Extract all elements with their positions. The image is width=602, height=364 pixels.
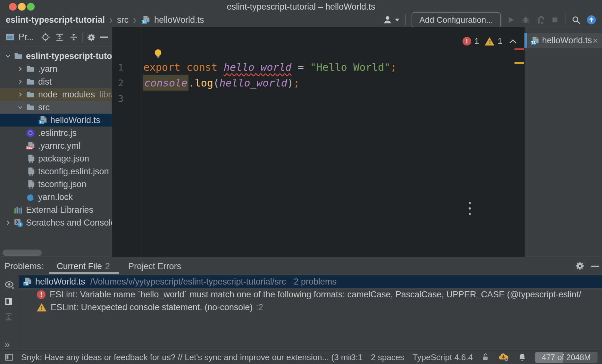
tree-item-node-modules[interactable]: node_moduleslibrary ro bbox=[0, 88, 112, 101]
locate-file-icon[interactable] bbox=[41, 32, 50, 42]
tree-item-label: eslint-typescript-tutorial bbox=[26, 51, 112, 61]
chevron-right-icon[interactable] bbox=[15, 66, 26, 72]
tool-window-toggle-icon[interactable] bbox=[4, 353, 13, 362]
problem-text: ESLint: Unexpected console statement. (n… bbox=[51, 302, 253, 312]
run-button[interactable] bbox=[506, 15, 515, 24]
tree-item-helloworld-ts[interactable]: TShelloWorld.ts bbox=[0, 114, 112, 127]
add-configuration-button[interactable]: Add Configuration... bbox=[412, 12, 501, 28]
chevron-down-icon[interactable] bbox=[3, 53, 13, 59]
header-divider bbox=[82, 32, 83, 43]
inspections-widget[interactable]: ! 1 ! 1 bbox=[463, 36, 533, 46]
warning-stripe-mark[interactable] bbox=[514, 62, 524, 64]
tree-item-eslint-typescript-tutorial[interactable]: eslint-typescript-tutorial bbox=[0, 50, 112, 62]
snyk-cloud-icon[interactable] bbox=[498, 352, 509, 362]
tab-current-file[interactable]: Current File2 bbox=[57, 261, 110, 271]
tree-item-label: package.json bbox=[38, 154, 89, 164]
svg-text:TS: TS bbox=[39, 120, 44, 124]
svg-text:TS: TS bbox=[24, 282, 28, 285]
search-everywhere-button[interactable] bbox=[571, 15, 581, 25]
tree-item--yarnrc-yml[interactable]: YML.yarnrc.yml bbox=[0, 139, 112, 152]
code-line-2[interactable]: 2console.log(hello_world); bbox=[112, 75, 525, 91]
code-token: ; bbox=[390, 61, 397, 73]
breadcrumb-separator-icon: › bbox=[109, 13, 113, 27]
memory-indicator[interactable]: 477 of 2048M bbox=[535, 352, 598, 363]
folder-icon bbox=[26, 64, 35, 74]
code-token: hello_world bbox=[223, 61, 291, 73]
update-arrow-icon bbox=[587, 15, 596, 25]
expand-all-icon[interactable] bbox=[55, 32, 64, 42]
profile-menu-button[interactable] bbox=[383, 15, 399, 25]
breadcrumb-src[interactable]: src bbox=[117, 15, 129, 25]
status-bar: Snyk: Have any ideas or feedback for us?… bbox=[0, 350, 602, 364]
tree-item-scratches-and-consoles[interactable]: Scratches and Consoles bbox=[0, 216, 112, 229]
svg-text:YML: YML bbox=[27, 146, 32, 149]
tree-item-label: .eslintrc.js bbox=[38, 128, 77, 138]
search-icon bbox=[571, 15, 581, 25]
problem-row-error[interactable]: !ESLint: Variable name `hello_world` mus… bbox=[19, 288, 602, 301]
problem-row-warning[interactable]: !ESLint: Unexpected console statement. (… bbox=[19, 301, 602, 314]
code-line-1[interactable]: 1export const hello_world = "Hello World… bbox=[112, 59, 525, 75]
chevron-right-icon[interactable] bbox=[3, 220, 13, 226]
open-preview-icon[interactable] bbox=[4, 297, 13, 306]
svg-text:TS: TS bbox=[531, 41, 536, 44]
tree-item-label: .yarn bbox=[38, 64, 57, 74]
editor-tab[interactable]: TS helloWorld.ts × bbox=[527, 33, 602, 48]
error-stripe-mark[interactable] bbox=[514, 48, 524, 50]
expand-all-icon[interactable] bbox=[4, 312, 13, 322]
notifications-bell-icon[interactable] bbox=[518, 353, 527, 362]
editor-options-kebab-icon[interactable] bbox=[469, 202, 472, 218]
tree-item-package-json[interactable]: {}package.json bbox=[0, 152, 112, 165]
ext-lib-icon bbox=[13, 205, 23, 215]
svg-text:{: { bbox=[28, 184, 31, 189]
more-actions-icon[interactable]: » bbox=[4, 339, 9, 350]
debug-button[interactable] bbox=[521, 15, 530, 24]
gear-icon[interactable] bbox=[575, 261, 585, 271]
tree-item-yarn-lock[interactable]: yarn.lock bbox=[0, 191, 112, 203]
tree-item--eslintrc-js[interactable]: .eslintrc.js bbox=[0, 127, 112, 139]
tree-item-dist[interactable]: dist bbox=[0, 75, 112, 88]
gear-icon[interactable] bbox=[86, 32, 96, 43]
hide-panel-icon[interactable] bbox=[100, 37, 108, 38]
problems-header: Problems: Current File2 Project Errors bbox=[0, 257, 602, 275]
horizontal-scrollbar[interactable] bbox=[3, 250, 42, 256]
chevron-right-icon[interactable] bbox=[15, 92, 26, 97]
typescript-version[interactable]: TypeScript 4.6.4 bbox=[413, 352, 473, 362]
code-token: log bbox=[195, 77, 213, 89]
typescript-file-icon: TS bbox=[530, 36, 539, 46]
person-icon bbox=[383, 15, 394, 25]
chevron-down-icon[interactable] bbox=[15, 104, 26, 110]
tree-item-label: yarn.lock bbox=[38, 192, 73, 202]
stop-button[interactable] bbox=[551, 16, 559, 24]
hide-panel-icon[interactable] bbox=[591, 266, 599, 267]
coverage-icon bbox=[536, 15, 545, 24]
run-with-coverage-button[interactable] bbox=[536, 15, 545, 24]
code-line-3[interactable]: 3 bbox=[112, 91, 525, 106]
indent-setting[interactable]: 2 spaces bbox=[371, 352, 404, 362]
close-tab-icon[interactable]: × bbox=[592, 36, 598, 46]
tool-window-accent-bar bbox=[524, 33, 527, 48]
caret-position[interactable]: 3:1 bbox=[351, 352, 363, 362]
update-available-button[interactable] bbox=[587, 15, 596, 25]
breadcrumb-project[interactable]: eslint-typescript-tutorial bbox=[6, 15, 105, 25]
svg-text:}: } bbox=[31, 171, 34, 176]
ts-file-icon: TS bbox=[38, 115, 47, 125]
code-editor[interactable]: 1export const hello_world = "Hello World… bbox=[112, 27, 525, 257]
lock-icon[interactable] bbox=[481, 353, 489, 362]
collapse-all-icon[interactable] bbox=[69, 32, 79, 42]
breadcrumb-file[interactable]: helloWorld.ts bbox=[154, 15, 204, 25]
previous-problem-icon[interactable] bbox=[509, 38, 517, 44]
status-message[interactable]: Snyk: Have any ideas or feedback for us?… bbox=[21, 352, 351, 362]
tree-item-src[interactable]: src bbox=[0, 101, 112, 114]
chevron-right-icon[interactable] bbox=[15, 79, 26, 85]
warning-badge-icon: ! bbox=[485, 37, 494, 46]
tree-item-tsconfig-json[interactable]: {}tsconfig.json bbox=[0, 178, 112, 191]
navigation-bar: eslint-typescript-tutorial › src › TS he… bbox=[0, 13, 602, 27]
problems-count-text: 2 problems bbox=[294, 277, 337, 287]
tree-item-tsconfig-eslint-json[interactable]: {}tsconfig.eslint.json bbox=[0, 165, 112, 178]
intention-bulb-icon[interactable] bbox=[153, 48, 163, 59]
tree-item-external-libraries[interactable]: External Libraries bbox=[0, 203, 112, 216]
tab-project-errors[interactable]: Project Errors bbox=[128, 261, 181, 271]
view-options-icon[interactable] bbox=[4, 280, 15, 290]
problems-file-row[interactable]: TShelloWorld.ts/Volumes/v/yytypescript/e… bbox=[19, 275, 602, 288]
tree-item--yarn[interactable]: .yarn bbox=[0, 62, 112, 75]
